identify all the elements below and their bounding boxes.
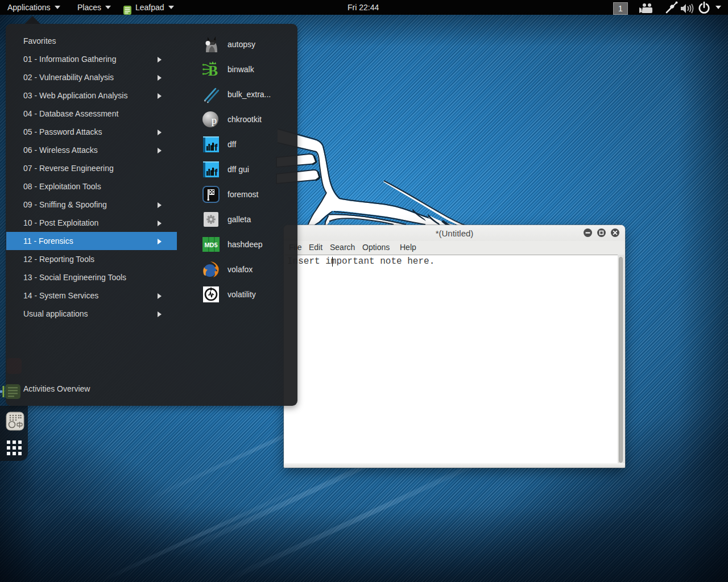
svg-text:p: p [212,114,217,126]
svg-text:MD5: MD5 [204,242,217,248]
svg-text:1: 1 [618,4,623,13]
svg-text:B: B [208,63,218,78]
